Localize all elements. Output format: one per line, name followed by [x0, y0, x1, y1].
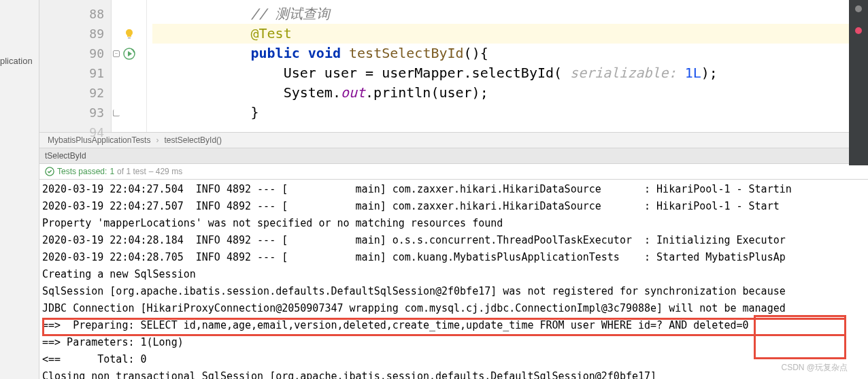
console-line: SqlSession [org.apache.ibatis.session.de…	[42, 283, 865, 300]
line-number: 94	[39, 122, 104, 142]
code-line[interactable]	[152, 122, 868, 142]
line-number: 88	[39, 4, 104, 24]
console-line: Property 'mapperLocations' was not speci…	[42, 215, 865, 232]
line-gutter: 88899091929394	[39, 0, 112, 132]
line-number: 92	[39, 83, 104, 103]
console-line: ==> Parameters: 1(Long)	[42, 334, 865, 351]
gutter-icons: −	[112, 0, 147, 132]
console-line: ==> Preparing: SELECT id,name,age,email,…	[42, 317, 865, 334]
tests-passed-label: Tests passed:	[57, 167, 107, 176]
code-line[interactable]: // 测试查询	[152, 4, 868, 24]
console-line: 2020-03-19 22:04:28.705 INFO 4892 --- [ …	[42, 249, 865, 266]
svg-rect-0	[128, 37, 131, 39]
run-tab[interactable]: tSelectById	[39, 148, 868, 164]
code-line[interactable]: System.out.println(user);	[152, 83, 868, 103]
tests-duration: – 429 ms	[149, 167, 182, 176]
fold-icon[interactable]: −	[113, 50, 120, 57]
run-icon[interactable]	[123, 48, 135, 60]
fold-end-icon[interactable]	[113, 110, 120, 116]
code-editor[interactable]: 88899091929394 − // 测试查询 @Test public vo…	[39, 0, 868, 133]
check-circle-icon	[45, 167, 54, 176]
code-line[interactable]: User user = userMapper.selectById( seria…	[152, 63, 868, 83]
watermark: CSDN @玩复杂点	[781, 362, 848, 374]
code-body[interactable]: // 测试查询 @Test public void testSelectById…	[147, 0, 868, 132]
code-line[interactable]: public void testSelectById(){	[152, 44, 868, 63]
console-line: JDBC Connection [HikariProxyConnection@2…	[42, 300, 865, 317]
sidebar-dot[interactable]	[855, 27, 862, 34]
line-number: 89	[39, 24, 104, 44]
console-line: <== Total: 0	[42, 351, 865, 368]
console-line: 2020-03-19 22:04:27.504 INFO 4892 --- [ …	[42, 181, 865, 198]
sidebar-dot[interactable]	[855, 5, 862, 12]
console-line: 2020-03-19 22:04:27.507 INFO 4892 --- [ …	[42, 198, 865, 215]
tests-of-label: of 1 test	[117, 167, 146, 176]
project-panel[interactable]: plication	[0, 0, 39, 379]
console-line: Creating a new SqlSession	[42, 266, 865, 283]
console-line: 2020-03-19 22:04:28.184 INFO 4892 --- [ …	[42, 232, 865, 249]
right-sidebar[interactable]	[849, 0, 868, 165]
code-line[interactable]: @Test	[152, 24, 868, 44]
test-status-bar: Tests passed: 1 of 1 test – 429 ms	[39, 164, 868, 180]
tests-passed-count: 1	[110, 167, 114, 176]
line-number: 93	[39, 103, 104, 122]
console-output[interactable]: 2020-03-19 22:04:27.504 INFO 4892 --- [ …	[39, 180, 868, 379]
code-line[interactable]: }	[152, 103, 868, 122]
bulb-icon[interactable]	[124, 29, 135, 39]
line-number: 90	[39, 44, 104, 63]
tab-label: tSelectById	[45, 151, 86, 161]
console-line: Closing non transactional SqlSession [or…	[42, 368, 865, 379]
project-label: plication	[0, 56, 33, 66]
line-number: 91	[39, 63, 104, 83]
